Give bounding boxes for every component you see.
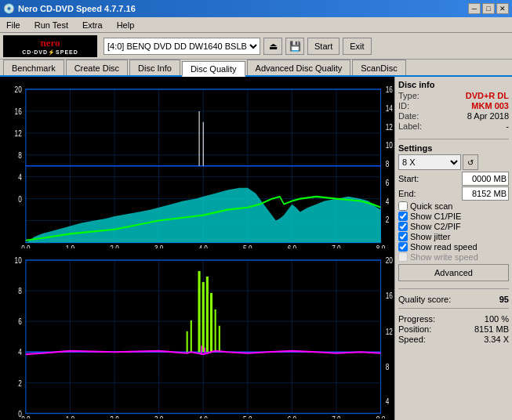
svg-text:12: 12	[386, 326, 393, 336]
svg-text:20: 20	[15, 85, 23, 95]
disc-label-row: Label: -	[398, 121, 509, 131]
menu-run-test[interactable]: Run Test	[31, 19, 71, 31]
titlebar-controls: ─ □ ✕	[468, 3, 509, 14]
disc-date-label: Date:	[398, 111, 419, 121]
show-jitter-checkbox[interactable]	[398, 232, 408, 241]
lower-chart-svg: 10 8 6 4 2 0 20 16 12 8 4 0.0 1.0 2.0 3.…	[2, 249, 393, 419]
close-button[interactable]: ✕	[496, 3, 509, 14]
svg-rect-46	[2, 249, 393, 419]
speed-selector[interactable]: 8 X	[398, 154, 461, 170]
end-mb-row: End:	[398, 186, 509, 201]
upper-chart: 20 16 12 8 4 0 16 14 12 10 8 6 4 2 0.0 1…	[2, 78, 393, 248]
end-mb-input[interactable]	[462, 186, 509, 201]
end-mb-label: End:	[398, 189, 416, 198]
svg-text:6.0: 6.0	[288, 243, 297, 248]
disc-type-label: Type:	[398, 91, 419, 100]
eject-icon[interactable]: ⏏	[263, 38, 282, 55]
svg-text:7.0: 7.0	[332, 414, 341, 418]
disc-id-value: MKM 003	[471, 101, 509, 110]
quick-scan-checkbox[interactable]	[398, 201, 408, 211]
menu-help[interactable]: Help	[114, 19, 138, 31]
svg-text:7.0: 7.0	[332, 243, 341, 248]
menu-extra[interactable]: Extra	[79, 19, 106, 31]
svg-text:6.0: 6.0	[288, 414, 297, 418]
drive-selector[interactable]: [4:0] BENQ DVD DD DW1640 BSLB	[103, 38, 260, 55]
svg-text:3.0: 3.0	[154, 414, 164, 418]
show-c1pie-label: Show C1/PIE	[410, 212, 461, 221]
svg-text:10: 10	[15, 255, 23, 265]
show-read-speed-checkbox[interactable]	[398, 242, 408, 252]
position-label: Position:	[398, 324, 431, 334]
settings-section: Settings 8 X ↺ Start: End: Quick scan	[398, 143, 509, 281]
svg-text:8: 8	[18, 150, 22, 161]
tab-benchmark[interactable]: Benchmark	[3, 60, 64, 75]
svg-text:0.0: 0.0	[21, 243, 31, 248]
show-write-speed-label: Show write speed	[410, 252, 478, 262]
tab-disc-info[interactable]: Disc Info	[129, 60, 180, 75]
speed-row: Speed: 3.34 X	[398, 335, 509, 344]
svg-text:2: 2	[386, 215, 390, 225]
advanced-button[interactable]: Advanced	[398, 264, 509, 281]
menubar: File Run Test Extra Help	[0, 17, 512, 33]
svg-text:8.0: 8.0	[376, 243, 386, 248]
svg-text:5.0: 5.0	[243, 243, 252, 248]
show-jitter-label: Show jitter	[410, 232, 450, 241]
tab-disc-quality[interactable]: Disc Quality	[182, 61, 245, 77]
upper-chart-svg: 20 16 12 8 4 0 16 14 12 10 8 6 4 2 0.0 1…	[2, 78, 393, 248]
show-c1pie-checkbox[interactable]	[398, 212, 408, 221]
menu-file[interactable]: File	[3, 19, 24, 31]
start-mb-input[interactable]	[462, 172, 509, 186]
svg-text:10: 10	[386, 140, 393, 150]
svg-text:4.0: 4.0	[199, 414, 209, 418]
svg-text:20: 20	[386, 255, 393, 265]
show-read-speed-row: Show read speed	[398, 242, 509, 252]
tab-bar: Benchmark Create Disc Disc Info Disc Qua…	[0, 60, 512, 77]
show-jitter-row: Show jitter	[398, 232, 509, 241]
toolbar: nero CD·DVD⚡SPEED [4:0] BENQ DVD DD DW16…	[0, 33, 512, 60]
svg-text:5.0: 5.0	[243, 414, 252, 418]
svg-text:16: 16	[386, 290, 393, 300]
disc-label-label: Label:	[398, 121, 422, 131]
start-mb-row: Start:	[398, 172, 509, 186]
maximize-button[interactable]: □	[482, 3, 495, 14]
chart-area: 20 16 12 8 4 0 16 14 12 10 8 6 4 2 0.0 1…	[0, 77, 394, 420]
start-mb-label: Start:	[398, 174, 419, 183]
svg-text:14: 14	[386, 103, 393, 114]
logo: nero CD·DVD⚡SPEED	[3, 35, 97, 57]
disc-id-label: ID:	[398, 101, 409, 110]
settings-title: Settings	[398, 143, 509, 153]
progress-row: Progress: 100 %	[398, 314, 509, 324]
minimize-button[interactable]: ─	[468, 3, 481, 14]
tab-create-disc[interactable]: Create Disc	[66, 60, 128, 75]
show-c2pif-row: Show C2/PIF	[398, 222, 509, 231]
app-icon: 💿	[3, 3, 15, 14]
svg-text:4.0: 4.0	[199, 243, 209, 248]
progress-value: 100 %	[485, 314, 509, 324]
show-write-speed-row: Show write speed	[398, 252, 509, 262]
disc-info-title: Disc info	[398, 80, 509, 89]
position-row: Position: 8151 MB	[398, 324, 509, 334]
save-icon[interactable]: 💾	[285, 38, 304, 55]
start-button[interactable]: Start	[307, 38, 340, 55]
speed-row: 8 X ↺	[398, 154, 509, 170]
svg-text:6: 6	[18, 317, 22, 327]
quality-score-label: Quality score:	[398, 295, 451, 304]
disc-id-row: ID: MKM 003	[398, 101, 509, 110]
exit-button[interactable]: Exit	[343, 38, 371, 55]
svg-text:4: 4	[386, 196, 390, 206]
refresh-icon[interactable]: ↺	[463, 154, 478, 170]
quick-scan-label: Quick scan	[410, 201, 452, 211]
quick-scan-row: Quick scan	[398, 201, 509, 211]
svg-text:8: 8	[386, 361, 390, 371]
svg-text:4: 4	[18, 172, 22, 183]
show-write-speed-checkbox	[398, 252, 408, 262]
tab-scandisc[interactable]: ScanDisc	[352, 60, 405, 75]
svg-text:1.0: 1.0	[66, 414, 75, 418]
tab-advanced-disc-quality[interactable]: Advanced Disc Quality	[247, 60, 351, 75]
divider1	[398, 139, 509, 139]
svg-text:8: 8	[386, 159, 390, 169]
divider2	[398, 288, 509, 289]
show-c2pif-checkbox[interactable]	[398, 222, 408, 231]
quality-score-row: Quality score: 95	[398, 295, 509, 304]
svg-text:2: 2	[18, 378, 22, 388]
